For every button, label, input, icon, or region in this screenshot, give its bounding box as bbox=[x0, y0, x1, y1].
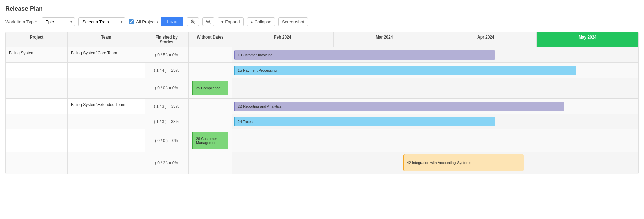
svg-line-1 bbox=[194, 22, 195, 24]
month-may: May 2024 bbox=[537, 32, 638, 47]
work-item-type-select-wrapper[interactable]: Epic ▾ bbox=[42, 17, 75, 26]
table-row: ( 0 / 0 ) = 0% 25 Compliance bbox=[6, 78, 638, 98]
cell-team: Billing System\Extended Team bbox=[68, 99, 145, 114]
header-months: Feb 2024 Mar 2024 Apr 2024 May 2024 bbox=[232, 32, 638, 47]
cell-without-dates bbox=[189, 114, 232, 129]
without-dates-bar-compliance: 25 Compliance bbox=[192, 81, 228, 95]
expand-label: Expand bbox=[225, 19, 240, 24]
zoom-in-icon bbox=[191, 19, 195, 24]
zoom-out-button[interactable] bbox=[202, 17, 214, 26]
zoom-in-button[interactable] bbox=[187, 17, 199, 26]
cell-team bbox=[68, 152, 145, 174]
table-row: Billing System\Extended Team ( 1 / 3 ) =… bbox=[6, 98, 638, 114]
screenshot-label: Screenshot bbox=[282, 19, 304, 24]
cell-stats: ( 0 / 0 ) = 0% bbox=[145, 129, 189, 152]
month-mar: Mar 2024 bbox=[334, 32, 435, 47]
cell-project bbox=[6, 99, 68, 114]
table-row: ( 0 / 2 ) = 0% 42 Integration with Accou… bbox=[6, 152, 638, 174]
gantt-bar-accounting-integration: 42 Integration with Accounting Systems bbox=[403, 154, 524, 171]
bar-label: 15 Payment Processing bbox=[238, 68, 277, 72]
expand-chevron-icon: ▾ bbox=[221, 19, 224, 24]
cell-team bbox=[68, 63, 145, 78]
all-projects-checkbox-wrapper[interactable]: All Projects bbox=[129, 19, 158, 24]
train-select[interactable]: Select a Train bbox=[78, 17, 125, 26]
collapse-chevron-icon: ▴ bbox=[251, 19, 253, 24]
bar-label: 25 Compliance bbox=[196, 86, 220, 90]
cell-without-dates bbox=[189, 152, 232, 174]
cell-gantt: 42 Integration with Accounting Systems bbox=[232, 152, 638, 174]
bar-label: 22 Reporting and Analytics bbox=[238, 104, 282, 108]
cell-project bbox=[6, 78, 68, 98]
cell-project bbox=[6, 152, 68, 174]
stats-value: ( 1 / 3 ) = 33% bbox=[154, 104, 179, 109]
cell-gantt bbox=[232, 129, 638, 152]
collapse-label: Collapse bbox=[254, 19, 271, 24]
cell-project bbox=[6, 63, 68, 78]
cell-gantt: 1 Customer Invoicing bbox=[232, 47, 638, 62]
gantt-bar-reporting-analytics: 22 Reporting and Analytics bbox=[234, 102, 564, 111]
bar-label: 1 Customer Invoicing bbox=[238, 53, 272, 57]
svg-line-5 bbox=[209, 22, 211, 24]
table-row: ( 1 / 3 ) = 33% 24 Taxes bbox=[6, 114, 638, 129]
cell-gantt: 24 Taxes bbox=[232, 114, 638, 129]
work-item-type-label: Work Item Type: bbox=[5, 19, 37, 24]
bar-label: 26 Customer Management bbox=[196, 137, 226, 145]
cell-stats: ( 1 / 4 ) = 25% bbox=[145, 63, 189, 78]
stats-value: ( 0 / 5 ) = 0% bbox=[155, 53, 178, 57]
cell-without-dates: 25 Compliance bbox=[189, 78, 232, 98]
cell-stats: ( 1 / 3 ) = 33% bbox=[145, 99, 189, 114]
zoom-out-icon bbox=[206, 19, 211, 24]
bar-label: 24 Taxes bbox=[238, 120, 253, 124]
stats-value: ( 1 / 4 ) = 25% bbox=[154, 68, 179, 73]
gantt-bar-taxes: 24 Taxes bbox=[234, 117, 495, 126]
stats-value: ( 0 / 0 ) = 0% bbox=[155, 138, 178, 143]
collapse-button[interactable]: ▴ Collapse bbox=[247, 17, 275, 26]
project-name: Billing System bbox=[9, 51, 34, 55]
stats-value: ( 0 / 2 ) = 0% bbox=[155, 161, 178, 165]
screenshot-button[interactable]: Screenshot bbox=[278, 17, 308, 26]
cell-stats: ( 0 / 2 ) = 0% bbox=[145, 152, 189, 174]
page-title: Release Plan bbox=[5, 5, 639, 12]
cell-without-dates bbox=[189, 63, 232, 78]
header-without-dates: Without Dates bbox=[189, 32, 232, 47]
team-name: Billing System\Core Team bbox=[71, 51, 117, 55]
table-row: ( 0 / 0 ) = 0% 26 Customer Management bbox=[6, 129, 638, 152]
header-finished-by-stories: Finished by Stories bbox=[145, 32, 189, 47]
gantt-header: Project Team Finished by Stories Without… bbox=[6, 32, 638, 47]
cell-team: Billing System\Core Team bbox=[68, 47, 145, 62]
cell-project bbox=[6, 114, 68, 129]
cell-gantt: 15 Payment Processing bbox=[232, 63, 638, 78]
cell-without-dates bbox=[189, 99, 232, 114]
cell-stats: ( 0 / 5 ) = 0% bbox=[145, 47, 189, 62]
stats-value: ( 0 / 0 ) = 0% bbox=[155, 86, 178, 90]
cell-team bbox=[68, 114, 145, 129]
cell-project bbox=[6, 129, 68, 152]
train-select-wrapper[interactable]: Select a Train ▾ bbox=[78, 17, 125, 26]
gantt-bar-payment-processing: 15 Payment Processing bbox=[234, 66, 576, 75]
month-feb: Feb 2024 bbox=[232, 32, 334, 47]
bar-label: 42 Integration with Accounting Systems bbox=[407, 160, 471, 165]
stats-value: ( 1 / 3 ) = 33% bbox=[154, 119, 179, 124]
without-dates-bar-customer-mgmt: 26 Customer Management bbox=[192, 132, 228, 149]
table-row: ( 1 / 4 ) = 25% 15 Payment Processing bbox=[6, 63, 638, 78]
toolbar: Work Item Type: Epic ▾ Select a Train ▾ … bbox=[5, 17, 639, 26]
work-item-type-select[interactable]: Epic bbox=[42, 17, 75, 26]
cell-project: Billing System bbox=[6, 47, 68, 62]
cell-gantt bbox=[232, 78, 638, 98]
all-projects-checkbox[interactable] bbox=[129, 19, 134, 24]
gantt-table: Project Team Finished by Stories Without… bbox=[5, 32, 639, 174]
header-project: Project bbox=[6, 32, 68, 47]
cell-stats: ( 0 / 0 ) = 0% bbox=[145, 78, 189, 98]
gantt-bar-customer-invoicing: 1 Customer Invoicing bbox=[234, 50, 495, 60]
team-name: Billing System\Extended Team bbox=[71, 102, 125, 107]
cell-team bbox=[68, 78, 145, 98]
all-projects-label: All Projects bbox=[136, 19, 158, 24]
load-button[interactable]: Load bbox=[161, 17, 183, 26]
header-team: Team bbox=[68, 32, 145, 47]
month-apr: Apr 2024 bbox=[435, 32, 537, 47]
cell-without-dates bbox=[189, 47, 232, 62]
cell-stats: ( 1 / 3 ) = 33% bbox=[145, 114, 189, 129]
cell-team bbox=[68, 129, 145, 152]
cell-without-dates: 26 Customer Management bbox=[189, 129, 232, 152]
expand-button[interactable]: ▾ Expand bbox=[218, 17, 244, 26]
